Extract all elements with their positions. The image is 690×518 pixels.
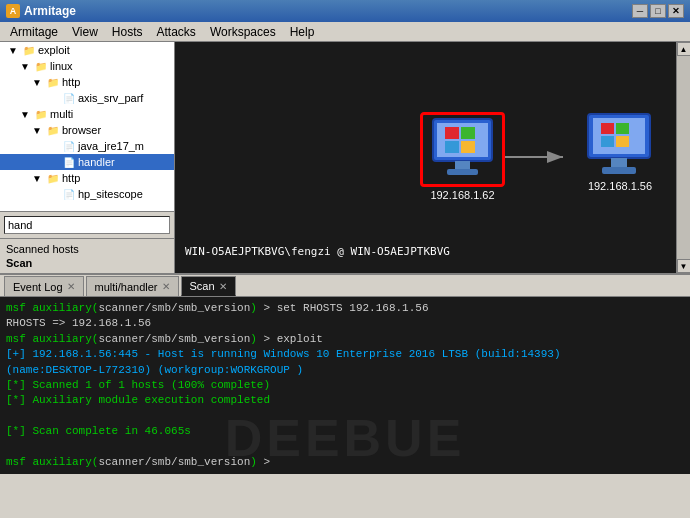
tree-item-http1[interactable]: ▼ 📁 http bbox=[0, 74, 174, 90]
scan-button[interactable]: Scan bbox=[6, 257, 168, 269]
scroll-up-button[interactable]: ▲ bbox=[677, 42, 691, 56]
minimize-button[interactable]: ─ bbox=[632, 4, 648, 18]
file-icon: 📄 bbox=[62, 155, 76, 169]
tree-label: browser bbox=[62, 124, 101, 136]
folder-icon: 📁 bbox=[34, 59, 48, 73]
terminal-line-6: [*] Scanned 1 of 1 hosts (100% complete) bbox=[6, 378, 684, 393]
folder-icon: 📁 bbox=[22, 43, 36, 57]
terminal-line-4: [+] 192.168.1.56:445 - Host is running W… bbox=[6, 347, 684, 362]
expand-icon: ▼ bbox=[6, 43, 20, 57]
tab-event-log-close[interactable]: ✕ bbox=[67, 281, 75, 292]
file-icon: 📄 bbox=[62, 91, 76, 105]
app-title: Armitage bbox=[24, 4, 76, 18]
terminal-line-blank-2 bbox=[6, 440, 684, 455]
terminal[interactable]: msf auxiliary(scanner/smb/smb_version) >… bbox=[0, 297, 690, 474]
tree-item-linux[interactable]: ▼ 📁 linux bbox=[0, 58, 174, 74]
tree-item-axis[interactable]: 📄 axis_srv_parf bbox=[0, 90, 174, 106]
window-controls[interactable]: ─ □ ✕ bbox=[632, 4, 684, 18]
svg-rect-8 bbox=[455, 161, 470, 169]
right-scrollbar[interactable]: ▲ ▼ bbox=[676, 42, 690, 273]
expand-icon: ▼ bbox=[30, 123, 44, 137]
host-node-1[interactable]: 192.168.1.62 bbox=[420, 112, 505, 201]
expand-icon bbox=[46, 139, 60, 153]
search-box bbox=[0, 211, 174, 238]
title-bar-left: A Armitage bbox=[6, 4, 76, 18]
search-input[interactable] bbox=[4, 216, 170, 234]
menu-armitage[interactable]: Armitage bbox=[4, 23, 64, 41]
host-node-2[interactable]: 192.168.1.56 bbox=[580, 112, 660, 192]
scroll-down-button[interactable]: ▼ bbox=[677, 259, 691, 273]
svg-rect-9 bbox=[447, 169, 478, 175]
tree-item-multi[interactable]: ▼ 📁 multi bbox=[0, 106, 174, 122]
file-icon: 📄 bbox=[62, 139, 76, 153]
bottom-labels: Scanned hosts Scan bbox=[0, 238, 174, 273]
left-panel: ▼ 📁 exploit ▼ 📁 linux ▼ 📁 http bbox=[0, 42, 175, 273]
tree-label: multi bbox=[50, 108, 73, 120]
tree-label: linux bbox=[50, 60, 73, 72]
terminal-line-prompt: msf auxiliary(scanner/smb/smb_version) > bbox=[6, 455, 684, 470]
tree-label: http bbox=[62, 172, 80, 184]
tree-item-handler[interactable]: 📄 handler bbox=[0, 154, 174, 170]
svg-rect-15 bbox=[616, 136, 629, 147]
tree-label: handler bbox=[78, 156, 115, 168]
svg-rect-7 bbox=[461, 141, 475, 153]
host-ip-2: 192.168.1.56 bbox=[588, 180, 652, 192]
tab-event-log[interactable]: Event Log ✕ bbox=[4, 276, 84, 296]
scanned-hosts-label: Scanned hosts bbox=[6, 243, 168, 255]
tree-item-http2[interactable]: ▼ 📁 http bbox=[0, 170, 174, 186]
svg-rect-5 bbox=[461, 127, 475, 139]
terminal-line-2: RHOSTS => 192.168.1.56 bbox=[6, 316, 684, 331]
folder-icon: 📁 bbox=[46, 123, 60, 137]
svg-rect-16 bbox=[611, 158, 627, 167]
tabs-bar: Event Log ✕ multi/handler ✕ Scan ✕ bbox=[0, 275, 690, 297]
tab-multi-handler[interactable]: multi/handler ✕ bbox=[86, 276, 179, 296]
menu-hosts[interactable]: Hosts bbox=[106, 23, 149, 41]
main-container: ▼ 📁 exploit ▼ 📁 linux ▼ 📁 http bbox=[0, 42, 690, 498]
folder-icon: 📁 bbox=[46, 75, 60, 89]
tab-multi-handler-close[interactable]: ✕ bbox=[162, 281, 170, 292]
expand-icon: ▼ bbox=[30, 171, 44, 185]
terminal-line-3: msf auxiliary(scanner/smb/smb_version) >… bbox=[6, 332, 684, 347]
menu-workspaces[interactable]: Workspaces bbox=[204, 23, 282, 41]
right-panel: 192.168.1.62 bbox=[175, 42, 690, 273]
terminal-line-5: (name:DESKTOP-L772310) (workgroup:WORKGR… bbox=[6, 363, 684, 378]
content-area: ▼ 📁 exploit ▼ 📁 linux ▼ 📁 http bbox=[0, 42, 690, 273]
bottom-panel: Event Log ✕ multi/handler ✕ Scan ✕ msf a… bbox=[0, 273, 690, 498]
terminal-line-blank-1 bbox=[6, 409, 684, 424]
tab-scan[interactable]: Scan ✕ bbox=[181, 276, 236, 296]
host-graph: 192.168.1.62 bbox=[175, 42, 690, 273]
terminal-line-7: [*] Auxiliary module execution completed bbox=[6, 393, 684, 408]
expand-icon bbox=[46, 187, 60, 201]
maximize-button[interactable]: □ bbox=[650, 4, 666, 18]
tree-label: http bbox=[62, 76, 80, 88]
tree-label: exploit bbox=[38, 44, 70, 56]
tab-scan-label: Scan bbox=[190, 280, 215, 292]
terminal-line-1: msf auxiliary(scanner/smb/smb_version) >… bbox=[6, 301, 684, 316]
expand-icon: ▼ bbox=[18, 59, 32, 73]
expand-icon bbox=[46, 155, 60, 169]
tree-item-browser[interactable]: ▼ 📁 browser bbox=[0, 122, 174, 138]
folder-icon: 📁 bbox=[34, 107, 48, 121]
tree-item-java[interactable]: 📄 java_jre17_m bbox=[0, 138, 174, 154]
title-bar: A Armitage ─ □ ✕ bbox=[0, 0, 690, 22]
tab-multi-handler-label: multi/handler bbox=[95, 281, 158, 293]
close-button[interactable]: ✕ bbox=[668, 4, 684, 18]
menu-help[interactable]: Help bbox=[284, 23, 321, 41]
menu-view[interactable]: View bbox=[66, 23, 104, 41]
svg-rect-12 bbox=[601, 123, 614, 134]
tree-item-exploit[interactable]: ▼ 📁 exploit bbox=[0, 42, 174, 58]
windows-computer-icon-1 bbox=[425, 117, 500, 179]
file-icon: 📄 bbox=[62, 187, 76, 201]
app-icon: A bbox=[6, 4, 20, 18]
svg-rect-13 bbox=[616, 123, 629, 134]
prompt-1: msf auxiliary( bbox=[6, 302, 98, 314]
tree-label: axis_srv_parf bbox=[78, 92, 143, 104]
session-text: WIN-O5AEJPTKBVG\fengzi @ WIN-O5AEJPTKBVG bbox=[185, 245, 450, 258]
tree-item-hp[interactable]: 📄 hp_sitescope bbox=[0, 186, 174, 202]
scrollbar-track bbox=[677, 56, 691, 259]
tree-label: java_jre17_m bbox=[78, 140, 144, 152]
menu-attacks[interactable]: Attacks bbox=[151, 23, 202, 41]
tab-scan-close[interactable]: ✕ bbox=[219, 281, 227, 292]
svg-rect-17 bbox=[602, 167, 636, 174]
svg-rect-14 bbox=[601, 136, 614, 147]
